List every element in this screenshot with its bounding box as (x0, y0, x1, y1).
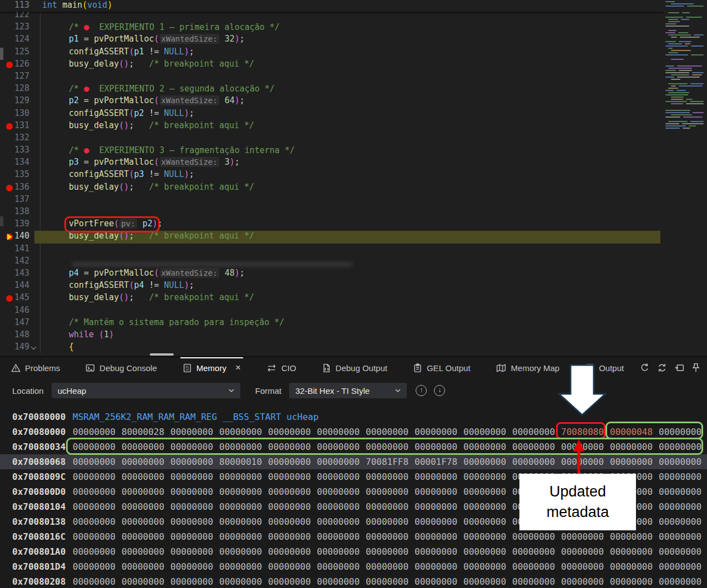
memory-cell[interactable]: 00000000 (268, 484, 311, 499)
minimap[interactable] (664, 0, 707, 133)
tab-gel-output[interactable]: GEL Output (413, 357, 471, 378)
memory-cell[interactable]: 00000000 (415, 544, 457, 559)
memory-cell[interactable]: 00000000 (561, 469, 604, 484)
memory-cell[interactable]: 00000000 (610, 559, 653, 574)
code-lines[interactable]: 122123/* ● EXPERIMENTO 1 — primeira aloc… (0, 9, 707, 354)
memory-cell[interactable]: 00000000 (170, 559, 213, 574)
memory-cell[interactable]: 00000000 (659, 529, 701, 544)
memory-cell[interactable]: 00000000 (610, 454, 653, 469)
code-line-130[interactable]: 130configASSERT(p2 != NULL); (0, 108, 707, 120)
memory-cell[interactable]: 00000048 (610, 424, 653, 439)
memory-cell[interactable]: 00000000 (366, 574, 408, 588)
tab-output[interactable]: Output (585, 357, 624, 378)
memory-cell[interactable]: 00000000 (463, 514, 506, 529)
memory-cell[interactable]: 00000000 (659, 514, 701, 529)
memory-cell[interactable]: 00000000 (415, 574, 457, 588)
pin-icon[interactable] (691, 363, 700, 373)
memory-cell[interactable]: 00000000 (561, 514, 604, 529)
memory-cell[interactable]: 00000000 (561, 484, 604, 499)
code-text[interactable] (34, 133, 660, 145)
memory-cell[interactable]: 00000000 (610, 514, 653, 529)
code-line-144[interactable]: 144configASSERT(p4 != NULL); (0, 280, 707, 292)
scroll-up-icon[interactable]: ↑ (416, 385, 427, 396)
sticky-scroll-line[interactable]: 113 int main(void) (0, 0, 707, 12)
code-line-128[interactable]: 128/* ● EXPERIMENTO 2 — segunda alocação… (0, 83, 707, 95)
memory-cell[interactable]: 00000000 (610, 469, 653, 484)
memory-row-0x70080104[interactable]: 0x70080104000000000000000000000000000000… (0, 499, 707, 514)
gutter-line-149[interactable]: 149 (0, 342, 34, 354)
memory-cell[interactable]: 00000000 (512, 454, 555, 469)
memory-cell[interactable]: 00000000 (170, 424, 213, 439)
gutter-line-147[interactable]: 147 (0, 317, 34, 330)
memory-cell[interactable]: 00000000 (73, 469, 115, 484)
memory-row-0x700801A0[interactable]: 0x700801A0000000000000000000000000000000… (0, 544, 707, 559)
memory-cell[interactable]: 00000000 (512, 499, 555, 514)
code-line-141[interactable]: 141 (0, 244, 707, 256)
memory-cell[interactable]: 00000000 (415, 514, 457, 529)
memory-cell[interactable]: 00000000 (122, 439, 164, 454)
code-line-132[interactable]: 132 (0, 133, 707, 145)
memory-cell[interactable]: 00000000 (415, 559, 457, 574)
memory-view[interactable]: 0x70080000MSRAM_256K2_RAM_RAM_RAM_REG __… (0, 409, 707, 588)
memory-cell[interactable]: 00000000 (415, 529, 457, 544)
memory-cell[interactable]: 00000000 (561, 544, 604, 559)
memory-cell[interactable]: 00000000 (219, 499, 262, 514)
memory-cell[interactable]: 00000000 (415, 499, 457, 514)
memory-cell[interactable]: 00000000 (122, 484, 164, 499)
code-text[interactable]: p3 = pvPortMalloc(xWantedSize: 3); (34, 157, 660, 169)
memory-cell[interactable]: 00000000 (268, 529, 311, 544)
memory-cell[interactable]: 00000000 (512, 424, 555, 439)
memory-cell[interactable]: 00000000 (170, 544, 213, 559)
memory-row-0x70080208[interactable]: 0x70080208000000000000000000000000000000… (0, 574, 707, 588)
code-text[interactable] (34, 305, 660, 317)
memory-cell[interactable]: 00000000 (317, 514, 360, 529)
code-line-146[interactable]: 146 (0, 305, 707, 317)
code-text[interactable] (34, 206, 660, 219)
gutter-line-132[interactable]: 132 (0, 133, 34, 145)
memory-cell[interactable]: 00000000 (659, 439, 701, 454)
memory-cell[interactable]: 00000000 (170, 454, 213, 469)
memory-cell[interactable]: 00000000 (512, 574, 555, 588)
memory-cell[interactable]: 00000000 (463, 454, 506, 469)
memory-cell[interactable]: 00000000 (317, 574, 360, 588)
memory-cell[interactable]: 00000000 (659, 454, 701, 469)
code-text[interactable]: busy_delay(); /* breakpoint aqui */ (34, 59, 660, 71)
code-text[interactable]: p2 = pvPortMalloc(xWantedSize: 64); (34, 95, 660, 108)
code-line-143[interactable]: 143p4 = pvPortMalloc(xWantedSize: 48); (0, 268, 707, 280)
memory-cell[interactable]: 70081FF8 (366, 454, 408, 469)
close-icon[interactable]: × (235, 362, 241, 373)
code-text[interactable]: /* ● EXPERIMENTO 3 — fragmentação intern… (34, 145, 660, 157)
tab-debug-console[interactable]: Debug Console (85, 357, 156, 378)
code-line-139[interactable]: 139vPortFree(pv: p2); (0, 219, 707, 231)
memory-cell[interactable]: 00000000 (512, 484, 555, 499)
memory-cell[interactable]: 00000000 (317, 529, 360, 544)
gutter-line-123[interactable]: 123 (0, 22, 34, 34)
memory-row-0x700800D0[interactable]: 0x700800D0000000000000000000000000000000… (0, 484, 707, 499)
breakpoint-icon[interactable] (6, 295, 13, 302)
memory-row-0x70080034[interactable]: 0x70080034000000000000000000000000000000… (0, 439, 707, 454)
gutter-line-148[interactable]: 148 (0, 330, 34, 342)
memory-cell[interactable]: 00000000 (122, 544, 164, 559)
code-text[interactable]: while (1) (34, 330, 660, 342)
memory-cell[interactable]: 00000000 (170, 469, 213, 484)
memory-cell[interactable]: 00000000 (268, 544, 311, 559)
memory-cell[interactable]: 80000028 (122, 424, 164, 439)
sync-icon[interactable] (657, 363, 667, 373)
code-text[interactable]: busy_delay(); /* breakpoint aqui */ (34, 292, 660, 305)
memory-cell[interactable]: 00000000 (122, 529, 164, 544)
memory-cell[interactable]: 00000000 (659, 469, 701, 484)
memory-cell[interactable]: 00000000 (512, 544, 555, 559)
memory-cell[interactable]: 00000000 (463, 469, 506, 484)
memory-cell[interactable]: 00000000 (122, 454, 164, 469)
memory-cell[interactable]: 00000000 (170, 439, 213, 454)
gutter-line-133[interactable]: 133 (0, 145, 34, 157)
memory-cell[interactable]: 00000000 (561, 529, 604, 544)
memory-cell[interactable]: 00000000 (463, 499, 506, 514)
memory-cell[interactable]: 00000000 (317, 439, 360, 454)
code-line-124[interactable]: 124p1 = pvPortMalloc(xWantedSize: 32); (0, 34, 707, 46)
gutter-line-129[interactable]: 129 (0, 95, 34, 108)
memory-cell[interactable]: 00000000 (561, 559, 604, 574)
code-line-123[interactable]: 123/* ● EXPERIMENTO 1 — primeira alocaçã… (0, 22, 707, 34)
code-text[interactable]: busy_delay(); /* breakpoint aqui */ (34, 182, 660, 194)
memory-cell[interactable]: 00000000 (219, 544, 262, 559)
